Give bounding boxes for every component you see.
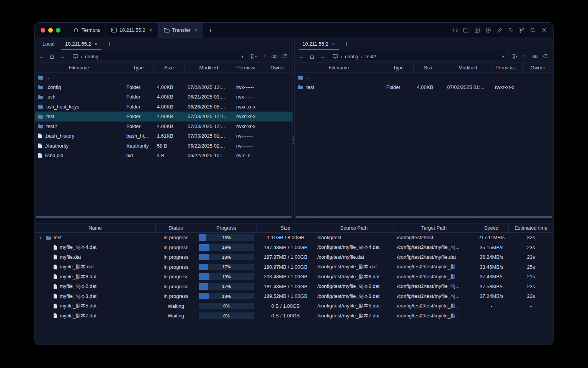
transfer-row[interactable]: myfile.dat In progress 18% 187.87MB / 1.… [35, 252, 553, 262]
search-icon[interactable] [529, 26, 536, 34]
column-header[interactable]: Size [257, 223, 314, 232]
code-icon[interactable] [451, 26, 459, 34]
path-segment[interactable]: config [345, 54, 358, 59]
column-header[interactable]: Type [383, 63, 414, 72]
close-tab-icon[interactable]: × [332, 41, 335, 47]
refresh-button[interactable] [281, 54, 289, 59]
horizontal-scrollbar[interactable] [296, 216, 552, 218]
folder-icon [298, 85, 304, 89]
upload-button[interactable]: ↑ [521, 53, 529, 59]
home-button[interactable] [48, 54, 56, 59]
cell-target-path: /config/test2/test/myfile_副... [394, 312, 474, 319]
close-tab-icon[interactable]: × [95, 41, 98, 47]
path-segment[interactable]: test2 [365, 54, 376, 59]
branch-icon[interactable] [518, 26, 525, 34]
log-icon[interactable] [474, 26, 481, 34]
fullscreen-window-button[interactable] [56, 28, 60, 33]
path-segment[interactable]: config [85, 54, 98, 59]
close-tab-icon[interactable]: × [194, 27, 198, 33]
column-header[interactable]: Size [414, 63, 444, 72]
column-header[interactable]: Permissi... [492, 63, 523, 72]
column-header[interactable]: Filename [295, 63, 383, 72]
file-row[interactable]: test Folder 4.00KB 07/03/2025 01:... rwx… [295, 82, 553, 92]
file-row[interactable]: .. [295, 72, 553, 82]
tab-local[interactable]: Local [37, 38, 60, 50]
column-header[interactable]: Speed [474, 223, 509, 232]
cell-type: pid [123, 153, 154, 158]
new-pane-tab-button[interactable]: + [340, 38, 353, 50]
tab-transfer[interactable]: Transfer × [158, 23, 203, 38]
column-header[interactable]: Filename [35, 63, 123, 72]
cell-progress: 19% [196, 244, 257, 251]
column-header[interactable]: Owner [523, 63, 553, 72]
column-header[interactable]: Progress [196, 223, 257, 232]
column-header[interactable]: Type [123, 63, 154, 72]
transfer-row[interactable]: myfile_副本4.dat In progress 19% 197.48MB … [35, 243, 553, 253]
tab-remote-host[interactable]: 10.211.55.2 × [297, 38, 340, 50]
show-hidden-files-button[interactable] [531, 54, 539, 59]
home-button[interactable] [308, 54, 316, 59]
path-bar[interactable]: › config ▾ [69, 52, 247, 61]
transfer-splitter[interactable]: ∙∙∙ [35, 219, 553, 223]
column-header[interactable]: Modified [185, 63, 233, 72]
collapse-chevron-icon[interactable]: ∨ [38, 235, 43, 240]
back-button[interactable]: ← [38, 53, 46, 59]
file-row-selected[interactable]: test Folder 4.00KB 07/03/2025 12:1... rw… [35, 112, 292, 122]
cell-status: In progress [156, 284, 196, 289]
minimize-window-button[interactable] [48, 28, 53, 33]
file-row[interactable]: test2 Folder 4.00KB 07/03/2025 12:... rw… [35, 122, 292, 131]
transfer-row[interactable]: myfile_副本3.dat In progress 18% 189.52MB … [35, 291, 553, 301]
column-header[interactable]: Permissi... [233, 63, 263, 72]
file-row[interactable]: .Xauthority Xauthority 58 B 06/22/2025 0… [35, 141, 292, 151]
transfer-row[interactable]: myfile_副本7.dat Waiting 0% 0 B / 1.00GB /… [35, 311, 553, 321]
record-icon[interactable] [485, 26, 492, 34]
new-pane-tab-button[interactable]: + [103, 38, 116, 50]
column-header[interactable]: Status [156, 223, 196, 232]
new-folder-icon[interactable] [462, 26, 470, 34]
column-header[interactable]: Modified [444, 63, 492, 72]
forward-button[interactable]: → [318, 53, 326, 59]
keygen-icon[interactable] [507, 26, 514, 34]
transfer-row[interactable]: myfile_副本.dat In progress 17% 180.97MB /… [35, 262, 553, 272]
column-header[interactable]: Owner [263, 63, 292, 72]
transfer-row[interactable]: myfile_副本2.dat In progress 17% 181.43MB … [35, 282, 553, 292]
file-row[interactable]: sshd.pid pid 4 B 06/22/2025 10:... rw-r-… [35, 151, 292, 161]
tab-termora[interactable]: Termora [68, 23, 106, 38]
cell-speed: 37.24MB/s [474, 293, 509, 299]
file-row[interactable]: .config Folder 4.00KB 07/02/2025 12:... … [35, 82, 292, 92]
column-header[interactable]: Estimated time [509, 223, 553, 232]
column-header[interactable]: Size [154, 63, 185, 72]
file-row[interactable]: .bash_history bash_hi... 1.61KB 07/03/20… [35, 131, 292, 141]
tab-remote-host[interactable]: 10.211.55.2 × [60, 38, 103, 50]
cell-target-path: /config/test2/test/myfile_副... [394, 293, 474, 300]
path-bar[interactable]: › config › test2 ▾ [329, 52, 508, 61]
bookmark-button[interactable]: ▾ [250, 54, 258, 59]
horizontal-scrollbar[interactable] [36, 216, 292, 218]
chevron-down-icon[interactable]: ▾ [241, 54, 243, 59]
column-header[interactable]: Source Path [314, 223, 394, 232]
transfer-row[interactable]: myfile_副本6.dat In progress 19% 203.48MB … [35, 272, 553, 282]
show-hidden-files-button[interactable] [271, 54, 278, 59]
new-tab-button[interactable]: + [203, 23, 218, 38]
file-row[interactable]: .. [35, 72, 292, 82]
title-tabs: Termora 10.211.55.2 × Transfer × + [68, 23, 218, 38]
file-row[interactable]: ssh_host_keys Folder 4.00KB 06/26/2025 0… [35, 102, 292, 112]
bookmark-button[interactable]: ▾ [511, 54, 518, 59]
column-header[interactable]: Target Path [394, 223, 474, 232]
close-tab-icon[interactable]: × [149, 27, 152, 33]
edit-icon[interactable] [496, 26, 503, 34]
close-window-button[interactable] [41, 28, 45, 33]
transfer-row[interactable]: ∨ test In progress 13% 1.11GB / 8.00GB /… [35, 233, 553, 243]
cell-progress: 19% [196, 273, 257, 280]
forward-button[interactable]: → [59, 53, 66, 59]
tab-terminal-session[interactable]: 10.211.55.2 × [106, 23, 158, 38]
back-button[interactable]: ← [298, 53, 305, 59]
refresh-button[interactable] [542, 54, 549, 59]
upload-button[interactable]: ↑ [260, 53, 268, 59]
chevron-down-icon[interactable]: ▾ [502, 54, 504, 59]
transfer-row[interactable]: myfile_副本5.dat Waiting 0% 0 B / 1.00GB /… [35, 301, 553, 311]
tab-label: Transfer [172, 27, 191, 33]
settings-gear-icon[interactable] [540, 26, 547, 34]
file-row[interactable]: .ssh Folder 4.00KB 06/21/2025 03:... rwx… [35, 92, 292, 102]
column-header[interactable]: Name [35, 223, 156, 232]
